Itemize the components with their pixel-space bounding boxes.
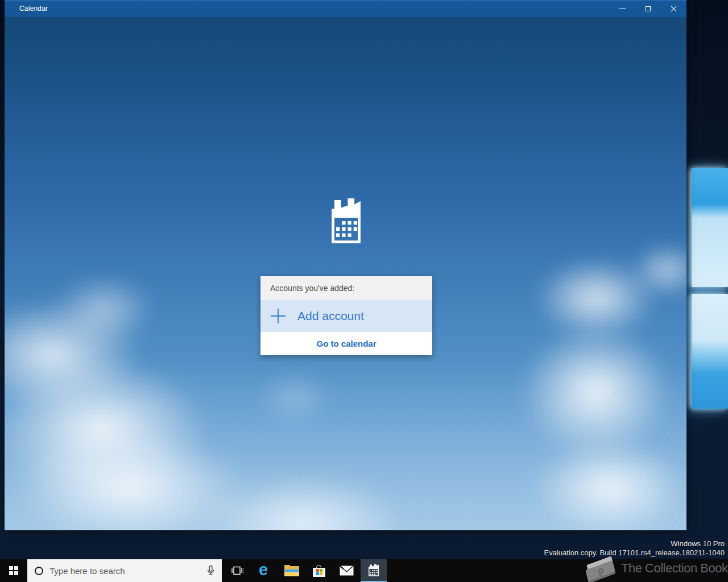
close-button[interactable] <box>661 0 686 17</box>
close-icon <box>670 5 677 13</box>
edition-watermark: Windows 10 Pro Evaluation copy. Build 17… <box>544 539 725 558</box>
calendar-icon <box>367 564 380 576</box>
search-circle-icon <box>35 567 43 575</box>
start-button[interactable] <box>0 559 27 582</box>
folder-icon <box>284 565 299 576</box>
microphone-icon[interactable] <box>206 565 215 576</box>
plus-icon <box>271 309 286 323</box>
wallpaper-window-pane <box>692 294 728 409</box>
windows-logo-icon <box>9 566 18 575</box>
task-view-icon <box>231 566 243 576</box>
haze-overlay <box>5 360 686 530</box>
calendar-app-window: Accounts you've added: Add account Go to… <box>5 0 686 530</box>
search-input[interactable] <box>43 566 206 576</box>
add-account-label: Add account <box>297 309 364 323</box>
go-to-calendar-row: Go to calendar <box>260 332 432 355</box>
minimize-button[interactable] <box>610 0 635 17</box>
window-title: Calendar <box>19 5 48 13</box>
store-bag-icon <box>313 565 325 577</box>
screen: Windows 10 Pro Evaluation copy. Build 17… <box>0 0 728 582</box>
taskbar-search <box>27 559 222 582</box>
window-controls <box>610 0 686 17</box>
edition-watermark-line2: Evaluation copy. Build 17101.rs4_release… <box>544 548 725 558</box>
calendar-taskbar-button[interactable] <box>361 559 387 582</box>
wallpaper-window-pane <box>692 168 728 287</box>
edition-watermark-line1: Windows 10 Pro <box>544 539 725 548</box>
calendar-app-icon <box>328 198 364 246</box>
maximize-icon <box>646 6 651 11</box>
edge-browser-icon: e <box>259 562 268 578</box>
maximize-button[interactable] <box>635 0 661 17</box>
edge-button[interactable]: e <box>250 559 276 582</box>
go-to-calendar-link[interactable]: Go to calendar <box>316 339 376 348</box>
minimize-icon <box>619 9 626 9</box>
mail-envelope-icon <box>340 566 354 576</box>
sky-background: Accounts you've added: Add account Go to… <box>5 17 686 530</box>
add-account-button[interactable]: Add account <box>260 300 432 332</box>
accounts-dialog: Accounts you've added: Add account Go to… <box>260 276 432 355</box>
cloud <box>33 261 175 358</box>
store-button[interactable] <box>306 559 332 582</box>
task-view-button[interactable] <box>224 559 250 582</box>
accounts-header-label: Accounts you've added: <box>270 284 354 293</box>
file-explorer-button[interactable] <box>279 559 305 582</box>
accounts-header-row: Accounts you've added: <box>260 276 432 300</box>
mail-button[interactable] <box>333 559 359 582</box>
titlebar[interactable]: Calendar <box>5 0 686 17</box>
